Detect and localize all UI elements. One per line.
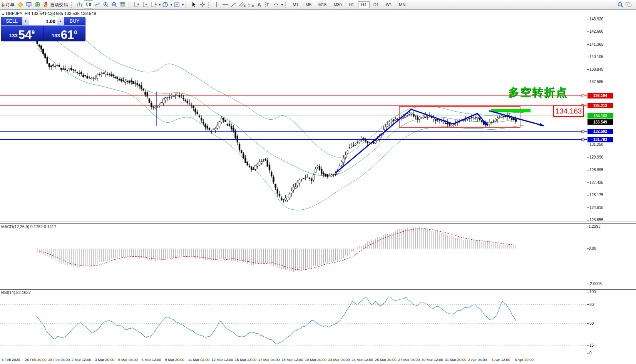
date-axis-label: 31 Mar 20:00 (445, 357, 466, 362)
vertical-line-tool-icon[interactable] (213, 1, 221, 8)
date-axis-label: 12 Mar 12:00 (211, 357, 233, 362)
price-axis-tick: 137.585 (589, 80, 603, 84)
zoom-out-icon[interactable] (110, 1, 119, 8)
line-chart-icon[interactable] (93, 1, 102, 8)
price-axis-tick: 131.250 (589, 142, 603, 147)
add-indicator-caret[interactable]: ▼ (159, 3, 161, 6)
chart-canvas[interactable] (0, 0, 636, 364)
new-order-button[interactable]: 新订单 (1, 2, 15, 8)
tile-windows-icon[interactable] (119, 1, 127, 8)
rsi-indicator-label: RSI(14) 52.1637 (1, 290, 31, 295)
tab-timeframe-MN[interactable]: MN (396, 1, 408, 8)
buy-price-figure: 133 (52, 33, 60, 38)
date-axis-label: 2 Mar 12:00 (72, 357, 91, 362)
rsi-axis-tick: 50 (589, 321, 594, 326)
date-axis-label: 6 Mar 12:00 (142, 357, 161, 362)
toolbar-group-cursor (189, 0, 208, 9)
template-icon[interactable] (172, 1, 181, 8)
price-level-label: 131.783 (587, 137, 613, 142)
toolbar-group-objects: E F A T ▼ (212, 0, 284, 9)
chart-title: ▲GBPJPY-,H4 133.541 133.585 133.535 133.… (2, 11, 96, 16)
price-axis-tick: 127.435 (589, 180, 603, 185)
period-caret[interactable]: ▼ (170, 3, 172, 6)
toolbar-drag-handle[interactable] (208, 2, 210, 8)
text-tool-icon[interactable]: A (255, 1, 263, 8)
tab-timeframe-D1[interactable]: D1 (370, 1, 382, 8)
tab-timeframe-M1[interactable]: M1 (290, 1, 301, 8)
sell-button[interactable]: SELL (1, 17, 22, 26)
date-axis-label: 11 Mar 04:00 (188, 357, 209, 362)
date-axis-label: 9 Mar 20:00 (165, 357, 184, 362)
tab-timeframe-H4[interactable]: H4 (358, 1, 370, 8)
chart-title-text: GBPJPY-,H4 133.541 133.585 133.535 133.5… (6, 11, 96, 16)
toolbar-drag-handle[interactable] (129, 2, 131, 8)
tab-timeframe-H1[interactable]: H1 (346, 1, 357, 8)
date-axis-label: 24 Mar 12:00 (351, 357, 373, 362)
date-axis-label: 3 Apr 12:00 (492, 357, 510, 362)
terminal-icon[interactable] (25, 1, 33, 8)
panel-splitter-rsi[interactable] (0, 288, 636, 290)
buy-price-big: 61 (61, 30, 74, 40)
macd-axis-tick: 1.2293 (589, 224, 601, 229)
rsi-axis-tick: 15 (589, 343, 594, 347)
volume-decrease-button[interactable]: ▼ (22, 17, 29, 25)
period-clock-icon[interactable] (161, 1, 169, 8)
price-level-label: 134.163 (587, 113, 613, 119)
collapse-arrow-icon[interactable]: ▲ (2, 12, 5, 16)
date-axis-label: 23 Mar 04:00 (328, 357, 350, 362)
date-axis-label: 30 Mar 12:00 (422, 357, 443, 362)
date-axis-label: 5 Feb 2020 (2, 357, 20, 362)
toolbar-drag-handle[interactable] (285, 2, 287, 8)
indicator-forward-icon[interactable] (133, 1, 141, 8)
sell-price-big: 54 (18, 30, 32, 40)
toolbar-group-indicators: ▼ ▼ ▼ (132, 0, 185, 9)
panel-splitter-macd[interactable] (0, 222, 636, 224)
new-order-icon[interactable] (16, 1, 25, 8)
one-click-trade-panel: SELL ▼ 1.00 ▲ BUY 133 54 9 133 61 0 (1, 17, 85, 41)
toolbar-drag-handle[interactable] (71, 2, 73, 8)
chart-text-annotation[interactable]: 多空转折点 (508, 85, 568, 100)
text-label-tool-icon[interactable]: T (263, 1, 272, 8)
toolbar-group-chart-type (75, 0, 128, 9)
crosshair-icon[interactable] (198, 1, 207, 8)
toolbar-drag-handle[interactable] (186, 2, 187, 8)
zoom-in-icon[interactable] (102, 1, 110, 8)
buy-button[interactable]: BUY (64, 17, 85, 26)
trendline-tool-icon[interactable] (229, 1, 238, 8)
tab-timeframe-M30[interactable]: M30 (330, 1, 345, 8)
price-axis-tick: 141.365 (589, 42, 603, 47)
cursor-icon[interactable] (190, 1, 198, 8)
autotrading-button[interactable]: 自动交易 (50, 2, 68, 8)
tab-timeframe-M5[interactable]: M5 (303, 1, 315, 8)
sell-price-figure: 133 (9, 33, 18, 38)
sell-price[interactable]: 133 54 9 (1, 26, 44, 41)
channel-tool-icon[interactable]: E (238, 1, 246, 8)
search-icon[interactable] (616, 1, 624, 8)
volume-increase-button[interactable]: ▲ (57, 17, 64, 25)
arrows-tool-caret[interactable]: ▼ (281, 3, 283, 6)
template-caret[interactable]: ▼ (181, 3, 184, 6)
macd-indicator-label: MACD(12,26,9) 0.1762 0.1417 (1, 224, 56, 229)
add-indicator-icon[interactable] (150, 1, 158, 8)
date-axis-label: 26 Feb 20:00 (25, 357, 47, 362)
arrows-tool-icon[interactable] (272, 1, 280, 8)
buy-price[interactable]: 133 61 0 (44, 26, 85, 41)
date-axis-label: 18 Mar 12:00 (281, 357, 303, 362)
price-level-label: 132.592 (587, 129, 613, 134)
chat-icon[interactable] (624, 1, 633, 8)
tab-timeframe-M15[interactable]: M15 (315, 1, 330, 8)
fibonacci-tool-icon[interactable]: F (246, 1, 255, 8)
date-axis-label: 2 Apr 04:00 (468, 357, 487, 362)
bar-chart-icon[interactable] (75, 1, 84, 8)
date-axis-label: 28 Feb 04:00 (48, 357, 70, 362)
candlestick-chart-icon[interactable] (84, 0, 93, 9)
price-axis-tick: 128.695 (589, 168, 603, 172)
tab-timeframe-W1[interactable]: W1 (383, 1, 395, 8)
horizontal-line-tool-icon[interactable] (221, 1, 229, 8)
signals-icon[interactable] (33, 1, 42, 8)
indicator-back-icon[interactable] (141, 1, 150, 8)
autotrading-icon[interactable] (42, 1, 50, 8)
price-callout-label[interactable]: 134.163 (553, 105, 584, 117)
volume-input[interactable]: 1.00 (29, 17, 57, 25)
rsi-axis-tick: 0 (589, 351, 592, 355)
